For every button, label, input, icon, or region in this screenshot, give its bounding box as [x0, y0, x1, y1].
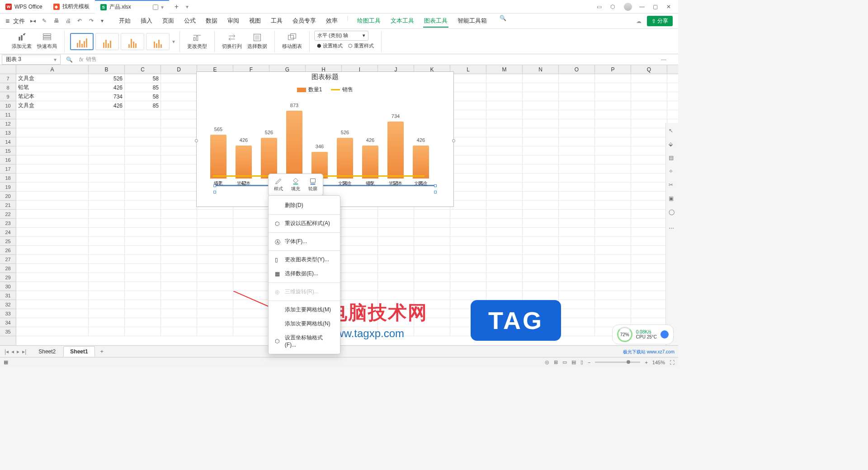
cell[interactable]: [450, 137, 486, 146]
cell[interactable]: [559, 219, 595, 227]
cell[interactable]: [486, 119, 523, 128]
cell[interactable]: 铅笔: [16, 83, 89, 92]
cell[interactable]: [161, 155, 197, 164]
cell[interactable]: [595, 137, 631, 146]
tab-formula[interactable]: 公式: [183, 15, 197, 28]
cell[interactable]: [125, 128, 161, 137]
cell[interactable]: [595, 201, 631, 209]
cell[interactable]: [595, 74, 631, 83]
cell[interactable]: [595, 300, 631, 309]
cell[interactable]: [595, 282, 631, 291]
cell[interactable]: [523, 228, 559, 236]
cell[interactable]: [486, 110, 523, 119]
rail-layout-icon[interactable]: ▤: [669, 155, 676, 162]
cell[interactable]: [378, 273, 414, 282]
cell[interactable]: [161, 110, 197, 119]
tab-document[interactable]: S 产品.xlsx ▾: [95, 0, 169, 14]
tab-wps-office[interactable]: W WPS Office: [0, 0, 48, 14]
cell[interactable]: [450, 219, 486, 227]
rail-help-icon[interactable]: ◯: [669, 209, 676, 216]
cell[interactable]: [197, 255, 233, 263]
cell[interactable]: [125, 210, 161, 218]
col-header-O[interactable]: O: [559, 65, 595, 74]
cell[interactable]: [559, 246, 595, 254]
cell[interactable]: [631, 282, 667, 291]
cell[interactable]: [89, 300, 125, 309]
row-header[interactable]: 13: [0, 128, 16, 137]
cell[interactable]: [595, 255, 631, 263]
cell[interactable]: [161, 192, 197, 200]
cell[interactable]: [16, 201, 89, 209]
cell[interactable]: [486, 291, 523, 300]
cell[interactable]: [89, 255, 125, 263]
cell[interactable]: [125, 264, 161, 273]
cell[interactable]: [16, 137, 89, 146]
cell[interactable]: [161, 228, 197, 236]
chart-object[interactable]: 图表标题 数量1 销售 56557铅笔42642笔记本526文具盒873铅笔34…: [196, 71, 454, 207]
sheet-next-icon[interactable]: ▸: [17, 348, 19, 355]
cell[interactable]: [631, 174, 667, 182]
cell[interactable]: [16, 255, 89, 263]
share-button[interactable]: ⇧ 分享: [647, 16, 673, 26]
cell[interactable]: 文具盒: [16, 74, 89, 83]
cell[interactable]: [89, 318, 125, 327]
cell[interactable]: [595, 264, 631, 273]
cell[interactable]: [233, 246, 269, 254]
cell[interactable]: [233, 327, 269, 336]
view-normal-icon[interactable]: ▭: [562, 359, 567, 365]
cell[interactable]: [523, 128, 559, 137]
cell[interactable]: [523, 155, 559, 164]
cell[interactable]: [89, 228, 125, 236]
cell[interactable]: [523, 192, 559, 200]
cell[interactable]: 85: [125, 83, 161, 92]
cell[interactable]: 526: [89, 74, 125, 83]
cell[interactable]: [595, 273, 631, 282]
cell[interactable]: [16, 327, 89, 336]
cell[interactable]: [559, 155, 595, 164]
cell[interactable]: [161, 137, 197, 146]
cell[interactable]: [125, 300, 161, 309]
cell[interactable]: [342, 228, 378, 236]
search-icon[interactable]: 🔍: [500, 15, 507, 22]
cell[interactable]: [631, 83, 667, 92]
cell[interactable]: [559, 174, 595, 182]
cell[interactable]: [486, 137, 523, 146]
cell[interactable]: [486, 210, 523, 218]
cell[interactable]: [89, 192, 125, 200]
cell[interactable]: [631, 300, 667, 309]
cell[interactable]: [16, 146, 89, 155]
row-header[interactable]: 10: [0, 101, 16, 110]
cell[interactable]: [595, 309, 631, 318]
cell[interactable]: [197, 237, 233, 245]
cell[interactable]: [631, 128, 667, 137]
tab-menu-icon[interactable]: ▾: [161, 4, 164, 10]
sheet-last-icon[interactable]: ▸|: [22, 348, 26, 355]
cell[interactable]: [523, 101, 559, 110]
cell[interactable]: 734: [89, 92, 125, 101]
col-header-A[interactable]: A: [16, 65, 89, 74]
cell[interactable]: [486, 101, 523, 110]
new-icon[interactable]: ▸◂: [30, 18, 38, 25]
cell[interactable]: [414, 282, 450, 291]
cell[interactable]: [631, 74, 667, 83]
cell[interactable]: [523, 210, 559, 218]
cell[interactable]: [197, 264, 233, 273]
cell[interactable]: [89, 164, 125, 173]
row-header[interactable]: 24: [0, 228, 16, 237]
ctx-font[interactable]: Ⓐ字体(F)...: [269, 235, 340, 249]
rail-select-icon[interactable]: ↖: [669, 127, 676, 135]
cell[interactable]: [486, 237, 523, 245]
ctx-delete[interactable]: 删除(D): [269, 198, 340, 212]
chart-element-select[interactable]: 水平 (类别) 轴 ▾: [314, 31, 368, 41]
minimize-button[interactable]: —: [639, 4, 646, 10]
cell[interactable]: [631, 110, 667, 119]
cell[interactable]: [523, 92, 559, 101]
row-header[interactable]: 35: [0, 327, 16, 336]
fx-icon[interactable]: fx: [76, 56, 86, 63]
chart-bar[interactable]: 873铅笔: [286, 111, 302, 179]
chart-bar[interactable]: 42642笔记本: [236, 146, 252, 179]
cell[interactable]: [161, 291, 197, 300]
cell[interactable]: [233, 237, 269, 245]
cell[interactable]: [161, 327, 197, 336]
cloud-icon[interactable]: ☁: [636, 18, 642, 24]
